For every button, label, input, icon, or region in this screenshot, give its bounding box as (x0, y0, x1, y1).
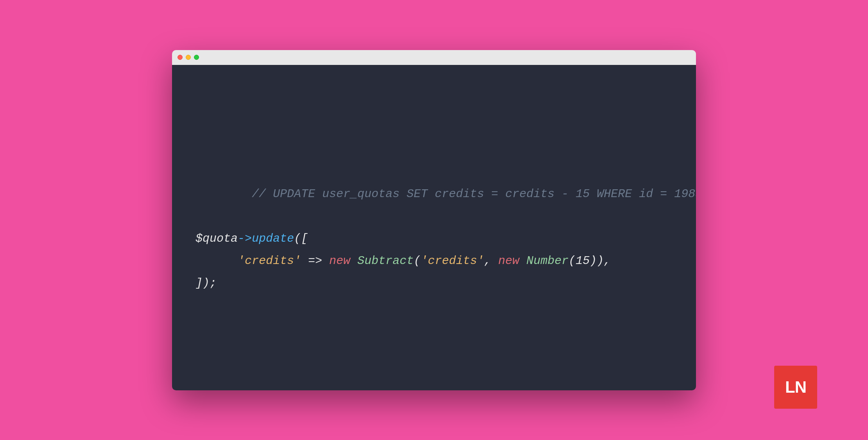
fat-arrow: => (301, 254, 329, 268)
comma-1: , (484, 254, 498, 268)
class-number: Number (526, 254, 569, 268)
code-line-4: ]); (195, 272, 673, 295)
keyword-new-2: new (498, 254, 526, 268)
class-subtract: Subtract (357, 254, 414, 268)
comment-text: // UPDATE user_quotas SET credits = cred… (252, 187, 696, 201)
logo-badge: LN (774, 366, 817, 409)
open-bracket: ([ (294, 232, 308, 245)
close-bracket: ]); (195, 277, 217, 290)
keyword-new-1: new (329, 254, 357, 268)
code-window: // UPDATE user_quotas SET credits = cred… (172, 50, 696, 390)
maximize-button[interactable] (194, 55, 199, 60)
minimize-button[interactable] (186, 55, 191, 60)
string-credits-key: 'credits' (238, 254, 301, 268)
variable-quota: $quota (195, 232, 238, 245)
code-editor: // UPDATE user_quotas SET credits = cred… (172, 65, 696, 390)
open-paren-1: ( (414, 254, 421, 268)
code-line-3: 'credits' => new Subtract('credits', new… (195, 250, 673, 272)
titlebar (172, 50, 696, 65)
code-line-2: $quota->update([ (195, 228, 673, 250)
code-block: // UPDATE user_quotas SET credits = cred… (195, 161, 673, 295)
logo-text: LN (785, 378, 806, 397)
string-credits-val: 'credits' (421, 254, 484, 268)
close-button[interactable] (178, 55, 183, 60)
comment-line: // UPDATE user_quotas SET credits = cred… (195, 161, 673, 228)
arrow-method: ->update (238, 232, 294, 245)
number-15: (15)), (569, 254, 611, 268)
